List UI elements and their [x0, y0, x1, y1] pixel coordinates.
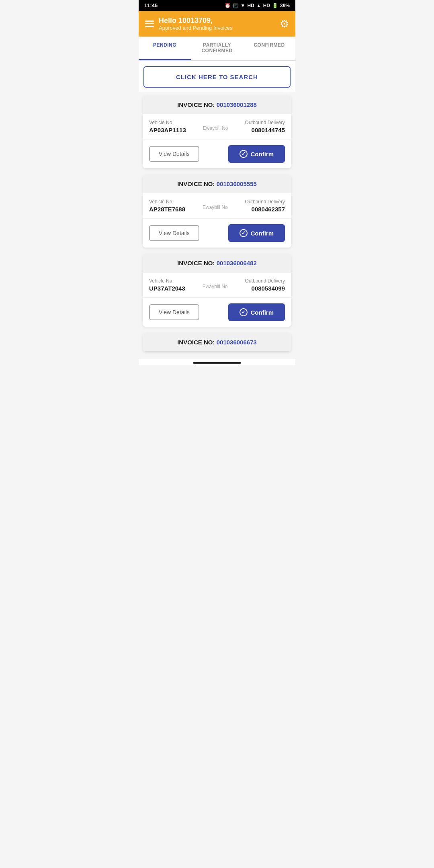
hamburger-menu[interactable]: [145, 20, 154, 27]
confirm-label-2: Confirm: [251, 230, 274, 237]
app-header: Hello 10013709, Approved and Pending Inv…: [139, 11, 295, 37]
signal-hd2-icon: HD: [263, 3, 270, 8]
confirm-check-icon-3: ✓: [240, 308, 248, 316]
invoice-card-3: INVOICE NO: 001036006482 Vehicle No UP37…: [143, 254, 291, 327]
invoice-header-1: INVOICE NO: 001036001288: [143, 96, 291, 114]
settings-icon[interactable]: ⚙: [280, 18, 289, 30]
tabs-bar: PENDING PARTIALLY CONFIRMED CONFIRMED: [139, 37, 295, 61]
invoice-actions-3: View Details ✓ Confirm: [143, 298, 291, 327]
ewaybill-block-1: Ewaybill No: [203, 120, 228, 131]
ewaybill-label-1: Ewaybill No: [203, 125, 228, 131]
confirm-check-icon-1: ✓: [240, 150, 248, 158]
invoice-header-2: INVOICE NO: 001036005555: [143, 175, 291, 193]
header-subtitle: Approved and Pending Invoices: [159, 25, 233, 31]
invoice-details-1: Vehicle No AP03AP1113 Ewaybill No Outbou…: [143, 114, 291, 139]
invoice-no-2: 001036005555: [217, 180, 257, 187]
invoice-actions-2: View Details ✓ Confirm: [143, 219, 291, 248]
vehicle-block-2: Vehicle No AP28TE7688: [149, 199, 185, 213]
outbound-no-2: 0080462357: [245, 206, 285, 213]
battery-icon: 🔋: [272, 3, 278, 8]
outbound-label-1: Outbound Delivery: [245, 120, 285, 125]
outbound-block-3: Outbound Delivery 0080534099: [245, 278, 285, 292]
confirm-check-icon-2: ✓: [240, 229, 248, 237]
tab-confirmed[interactable]: CONFIRMED: [243, 37, 295, 60]
confirm-button-2[interactable]: ✓ Confirm: [228, 224, 285, 242]
invoice-label-1: INVOICE NO:: [177, 101, 217, 108]
vehicle-no-1: AP03AP1113: [149, 127, 186, 133]
invoice-details-2: Vehicle No AP28TE7688 Ewaybill No Outbou…: [143, 193, 291, 219]
confirm-button-3[interactable]: ✓ Confirm: [228, 303, 285, 321]
vehicle-block-3: Vehicle No UP37AT2043: [149, 278, 185, 292]
header-left: Hello 10013709, Approved and Pending Inv…: [145, 16, 233, 31]
invoice-no-3: 001036006482: [217, 260, 257, 266]
signal-icon: ▲: [256, 3, 261, 8]
outbound-no-3: 0080534099: [245, 285, 285, 292]
invoice-card-4-partial: INVOICE NO: 001036006673: [143, 333, 291, 352]
vibrate-icon: 📳: [233, 3, 239, 8]
alarm-icon: ⏰: [225, 3, 231, 8]
status-icons: ⏰ 📳 ▼ HD ▲ HD 🔋 39%: [225, 3, 290, 8]
invoice-label-3: INVOICE NO:: [177, 260, 217, 266]
battery-percent: 39%: [280, 3, 290, 8]
confirm-label-1: Confirm: [251, 151, 274, 158]
invoice-no-1: 001036001288: [217, 101, 257, 108]
header-title-block: Hello 10013709, Approved and Pending Inv…: [159, 16, 233, 31]
invoice-list: INVOICE NO: 001036001288 Vehicle No AP03…: [139, 92, 295, 356]
view-details-button-2[interactable]: View Details: [149, 225, 199, 241]
outbound-block-1: Outbound Delivery 0080144745: [245, 120, 285, 133]
tab-pending[interactable]: PENDING: [139, 37, 191, 60]
confirm-label-3: Confirm: [251, 309, 274, 316]
vehicle-label-3: Vehicle No: [149, 278, 185, 284]
wifi-icon: ▼: [241, 3, 246, 8]
invoice-no-4: 001036006673: [217, 339, 257, 346]
search-container: CLICK HERE TO SEARCH: [139, 61, 295, 92]
invoice-card-1: INVOICE NO: 001036001288 Vehicle No AP03…: [143, 96, 291, 168]
ewaybill-label-2: Ewaybill No: [203, 205, 228, 210]
vehicle-label-1: Vehicle No: [149, 120, 186, 125]
ewaybill-block-2: Ewaybill No: [203, 199, 228, 210]
vehicle-no-2: AP28TE7688: [149, 206, 185, 213]
time: 11:45: [144, 2, 158, 8]
status-bar: 11:45 ⏰ 📳 ▼ HD ▲ HD 🔋 39%: [139, 0, 295, 11]
search-button[interactable]: CLICK HERE TO SEARCH: [143, 66, 291, 88]
home-indicator: [193, 362, 241, 364]
invoice-card-2: INVOICE NO: 001036005555 Vehicle No AP28…: [143, 175, 291, 248]
invoice-label-2: INVOICE NO:: [177, 180, 217, 187]
outbound-label-3: Outbound Delivery: [245, 278, 285, 284]
confirm-button-1[interactable]: ✓ Confirm: [228, 145, 285, 163]
vehicle-label-2: Vehicle No: [149, 199, 185, 205]
tab-partially-confirmed[interactable]: PARTIALLY CONFIRMED: [191, 37, 243, 60]
view-details-button-3[interactable]: View Details: [149, 304, 199, 320]
invoice-label-4: INVOICE NO:: [177, 339, 217, 346]
header-greeting: Hello 10013709,: [159, 16, 233, 25]
outbound-no-1: 0080144745: [245, 127, 285, 133]
ewaybill-label-3: Ewaybill No: [203, 284, 228, 289]
vehicle-no-3: UP37AT2043: [149, 285, 185, 292]
invoice-details-3: Vehicle No UP37AT2043 Ewaybill No Outbou…: [143, 272, 291, 298]
outbound-label-2: Outbound Delivery: [245, 199, 285, 205]
vehicle-block-1: Vehicle No AP03AP1113: [149, 120, 186, 133]
view-details-button-1[interactable]: View Details: [149, 146, 199, 162]
invoice-header-3: INVOICE NO: 001036006482: [143, 254, 291, 272]
ewaybill-block-3: Ewaybill No: [203, 278, 228, 289]
signal-hd-icon: HD: [247, 3, 254, 8]
home-bar: [139, 359, 295, 365]
outbound-block-2: Outbound Delivery 0080462357: [245, 199, 285, 213]
invoice-header-4: INVOICE NO: 001036006673: [143, 333, 291, 352]
invoice-actions-1: View Details ✓ Confirm: [143, 139, 291, 168]
